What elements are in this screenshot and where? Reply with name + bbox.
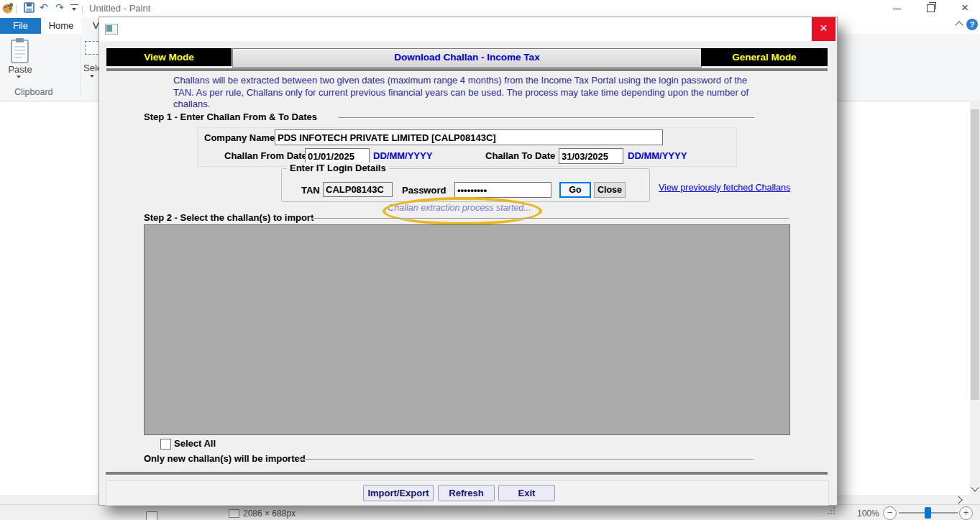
etched-line [311, 218, 789, 219]
tab-home[interactable]: Home [41, 18, 81, 34]
undo-icon[interactable]: ↶ [40, 1, 48, 13]
ribbon-group-divider [81, 36, 81, 96]
vertical-scrollbar-thumb[interactable] [971, 109, 979, 400]
download-challan-dialog: × View Mode Download Challan - Income Ta… [99, 17, 838, 506]
etched-line [339, 117, 754, 118]
paste-button[interactable]: Paste [3, 64, 37, 75]
dialog-titlebar[interactable] [99, 17, 835, 41]
intro-text: Challans will be extracted between two g… [173, 75, 757, 111]
dialog-close-button[interactable]: × [812, 17, 835, 41]
canvas-size-icon [229, 509, 239, 518]
restore-button[interactable] [927, 4, 935, 12]
resize-grip [828, 513, 829, 514]
refresh-button[interactable]: Refresh [438, 485, 495, 501]
challan-from-format: DD/MM/YYYY [373, 150, 432, 161]
company-name-label: Company Name [204, 132, 275, 143]
redo-icon[interactable]: ↷ [55, 1, 64, 13]
separator-bar [106, 472, 828, 475]
select-all-checkbox[interactable] [160, 439, 171, 450]
separator-bar [106, 68, 828, 71]
window-close-button[interactable]: × [958, 1, 971, 15]
challan-from-input[interactable] [305, 148, 370, 164]
select-all-label: Select All [174, 438, 216, 449]
paste-dropdown-icon[interactable] [17, 76, 21, 78]
close-button[interactable]: Close [594, 182, 626, 198]
exit-button[interactable]: Exit [498, 485, 555, 501]
tan-input[interactable] [323, 182, 393, 197]
cursor-position-icon [146, 511, 157, 520]
qat-separator: | [81, 3, 83, 14]
ribbon-collapse-icon[interactable] [955, 21, 963, 29]
window-title: Untitled - Paint [89, 3, 150, 14]
challan-list[interactable] [144, 224, 790, 435]
minimize-button[interactable] [893, 9, 901, 9]
password-label: Password [402, 185, 446, 196]
resize-grip [833, 513, 835, 514]
qat-customize-arrow-icon [72, 8, 76, 11]
resize-grip [830, 513, 832, 514]
zoom-out-button[interactable]: − [883, 506, 897, 520]
paint-titlebar: | ↶ ↷ | Untitled - Paint × [0, 0, 980, 18]
resize-grip[interactable] [833, 507, 835, 508]
step2-label: Step 2 - Select the challan(s) to import [144, 212, 313, 223]
import-note-label: Only new challan(s) will be imported [144, 453, 306, 464]
screen: { "paint": { "window_title": "Untitled -… [0, 0, 980, 520]
tab-general-mode[interactable]: General Mode [701, 48, 828, 66]
tab-file[interactable]: File [0, 18, 41, 34]
tab-view-mode[interactable]: View Mode [106, 48, 232, 66]
canvas-size-value: 2086 × 688px [243, 508, 296, 519]
view-previous-challans-link[interactable]: View previously fetched Challans [659, 183, 790, 193]
paste-icon[interactable] [10, 37, 29, 64]
dialog-title-tab: Download Challan - Income Tax [232, 48, 702, 68]
qat-separator: | [15, 3, 17, 14]
company-name-input[interactable] [275, 129, 663, 145]
go-button[interactable]: Go [559, 182, 591, 198]
etched-line [298, 459, 754, 460]
challan-from-label: Challan From Date [224, 150, 307, 161]
login-group-label: Enter IT Login Details [287, 163, 389, 173]
resize-grip [830, 510, 832, 511]
zoom-level-value: 100% [857, 508, 879, 519]
password-input[interactable] [454, 182, 551, 198]
zoom-in-button[interactable]: + [959, 506, 973, 520]
save-icon[interactable] [24, 2, 35, 13]
qat-customize-icon[interactable] [70, 4, 78, 5]
step1-label: Step 1 - Enter Challan From & To Dates [144, 111, 317, 122]
clipboard-group-label: Clipboard [14, 87, 53, 97]
highlight-annotation [383, 197, 542, 225]
select-dropdown-icon[interactable] [90, 75, 94, 78]
zoom-slider-thumb[interactable] [925, 507, 931, 519]
resize-grip [833, 510, 835, 511]
tan-label: TAN [301, 185, 320, 196]
challan-to-label: Challan To Date [485, 150, 555, 161]
challan-to-input[interactable] [559, 148, 623, 164]
dialog-form-icon [105, 24, 118, 35]
challan-to-format: DD/MM/YYYY [628, 150, 687, 161]
help-icon[interactable]: ? [966, 19, 978, 30]
paint-app-icon [2, 3, 13, 14]
import-export-button[interactable]: Import/Export [363, 485, 434, 501]
